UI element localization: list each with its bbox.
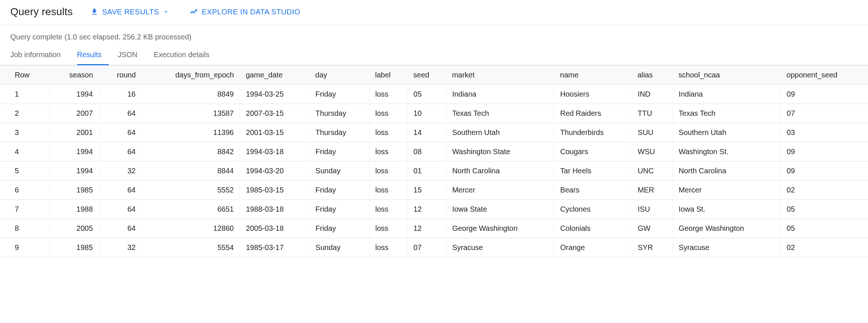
- cell-round: 64: [99, 181, 142, 200]
- cell-game_date: 1985-03-15: [240, 181, 309, 200]
- cell-game_date: 1994-03-18: [240, 142, 309, 162]
- tab-json[interactable]: JSON: [118, 46, 145, 65]
- cell-game_date: 1985-03-17: [240, 238, 309, 257]
- download-icon: [90, 8, 98, 16]
- header-bar: Query results SAVE RESULTS EXPLORE IN DA…: [0, 0, 868, 25]
- cell-days_from_epoch: 8844: [142, 162, 240, 181]
- cell-days_from_epoch: 13587: [142, 104, 240, 123]
- cell-opponent_seed: 09: [781, 142, 868, 162]
- cell-school_ncaa: Iowa St.: [673, 200, 781, 219]
- cell-market: Indiana: [446, 85, 554, 104]
- cell-opponent_seed: 02: [781, 238, 868, 257]
- cell-day: Thursday: [309, 104, 369, 123]
- cell-round: 32: [99, 162, 142, 181]
- column-header-row: Row: [0, 66, 49, 85]
- column-header-day: day: [309, 66, 369, 85]
- cell-alias: WSU: [632, 142, 673, 162]
- cell-school_ncaa: North Carolina: [673, 162, 781, 181]
- cell-name: Hoosiers: [554, 85, 632, 104]
- tab-job-information[interactable]: Job information: [10, 46, 68, 65]
- chart-icon: [190, 8, 198, 16]
- cell-market: North Carolina: [446, 162, 554, 181]
- column-header-school_ncaa: school_ncaa: [673, 66, 781, 85]
- cell-market: George Washington: [446, 219, 554, 238]
- cell-days_from_epoch: 8842: [142, 142, 240, 162]
- cell-row: 6: [0, 181, 49, 200]
- cell-season: 1985: [49, 238, 99, 257]
- cell-seed: 12: [407, 219, 446, 238]
- page-title: Query results: [10, 6, 73, 18]
- cell-round: 64: [99, 123, 142, 142]
- cell-school_ncaa: George Washington: [673, 219, 781, 238]
- table-row: 2200764135872007-03-15Thursdayloss10Texa…: [0, 104, 868, 123]
- cell-day: Sunday: [309, 162, 369, 181]
- table-row: 519943288441994-03-20Sundayloss01North C…: [0, 162, 868, 181]
- cell-alias: SUU: [632, 123, 673, 142]
- cell-game_date: 1988-03-18: [240, 200, 309, 219]
- cell-days_from_epoch: 5554: [142, 238, 240, 257]
- cell-days_from_epoch: 5552: [142, 181, 240, 200]
- cell-school_ncaa: Southern Utah: [673, 123, 781, 142]
- tab-execution-details[interactable]: Execution details: [154, 46, 217, 65]
- cell-seed: 07: [407, 238, 446, 257]
- column-header-label: label: [369, 66, 407, 85]
- cell-season: 2001: [49, 123, 99, 142]
- cell-row: 3: [0, 123, 49, 142]
- cell-school_ncaa: Syracuse: [673, 238, 781, 257]
- cell-label: loss: [369, 200, 407, 219]
- cell-school_ncaa: Mercer: [673, 181, 781, 200]
- cell-round: 64: [99, 219, 142, 238]
- cell-name: Bears: [554, 181, 632, 200]
- cell-row: 8: [0, 219, 49, 238]
- tabs-bar: Job informationResultsJSONExecution deta…: [0, 46, 868, 65]
- cell-round: 16: [99, 85, 142, 104]
- cell-game_date: 2007-03-15: [240, 104, 309, 123]
- column-header-seed: seed: [407, 66, 446, 85]
- query-status: Query complete (1.0 sec elapsed, 256.2 K…: [0, 25, 868, 46]
- cell-name: Tar Heels: [554, 162, 632, 181]
- cell-label: loss: [369, 123, 407, 142]
- cell-alias: TTU: [632, 104, 673, 123]
- cell-alias: ISU: [632, 200, 673, 219]
- explore-data-studio-button[interactable]: EXPLORE IN DATA STUDIO: [187, 6, 303, 18]
- cell-row: 7: [0, 200, 49, 219]
- column-header-alias: alias: [632, 66, 673, 85]
- save-results-button[interactable]: SAVE RESULTS: [87, 6, 172, 18]
- cell-label: loss: [369, 85, 407, 104]
- table-row: 119941688491994-03-25Fridayloss05Indiana…: [0, 85, 868, 104]
- table-row: 419946488421994-03-18Fridayloss08Washing…: [0, 142, 868, 162]
- cell-day: Friday: [309, 219, 369, 238]
- cell-round: 64: [99, 200, 142, 219]
- table-row: 919853255541985-03-17Sundayloss07Syracus…: [0, 238, 868, 257]
- cell-label: loss: [369, 142, 407, 162]
- cell-school_ncaa: Indiana: [673, 85, 781, 104]
- column-header-round: round: [99, 66, 142, 85]
- cell-market: Texas Tech: [446, 104, 554, 123]
- cell-round: 64: [99, 104, 142, 123]
- cell-name: Thunderbirds: [554, 123, 632, 142]
- cell-season: 1994: [49, 85, 99, 104]
- results-table: Rowseasonrounddays_from_epochgame_dateda…: [0, 65, 868, 257]
- cell-game_date: 1994-03-20: [240, 162, 309, 181]
- column-header-market: market: [446, 66, 554, 85]
- cell-label: loss: [369, 238, 407, 257]
- table-row: 719886466511988-03-18Fridayloss12Iowa St…: [0, 200, 868, 219]
- cell-school_ncaa: Washington St.: [673, 142, 781, 162]
- cell-round: 32: [99, 238, 142, 257]
- cell-alias: MER: [632, 181, 673, 200]
- cell-day: Friday: [309, 200, 369, 219]
- cell-opponent_seed: 05: [781, 200, 868, 219]
- tab-results[interactable]: Results: [77, 46, 109, 65]
- cell-market: Washington State: [446, 142, 554, 162]
- cell-season: 1985: [49, 181, 99, 200]
- cell-school_ncaa: Texas Tech: [673, 104, 781, 123]
- cell-row: 5: [0, 162, 49, 181]
- cell-opponent_seed: 07: [781, 104, 868, 123]
- cell-name: Orange: [554, 238, 632, 257]
- cell-label: loss: [369, 181, 407, 200]
- table-row: 8200564128602005-03-18Fridayloss12George…: [0, 219, 868, 238]
- cell-alias: SYR: [632, 238, 673, 257]
- cell-seed: 15: [407, 181, 446, 200]
- cell-day: Friday: [309, 142, 369, 162]
- cell-market: Iowa State: [446, 200, 554, 219]
